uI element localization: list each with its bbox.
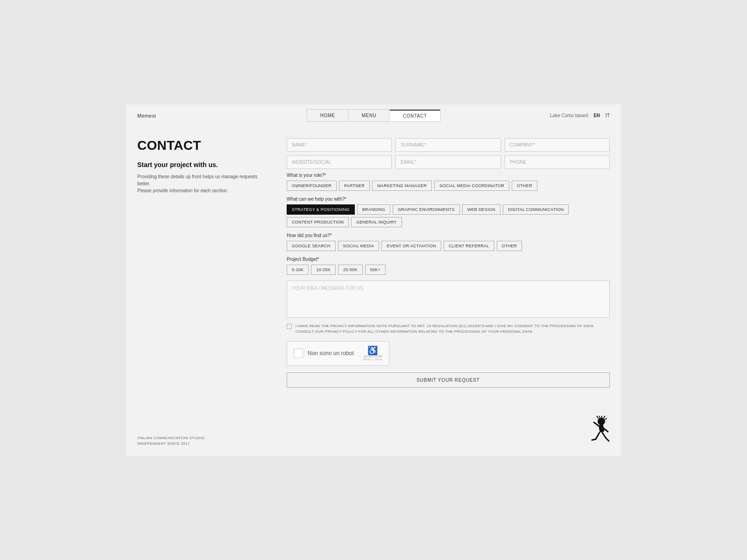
svg-point-0 bbox=[598, 418, 605, 425]
found-google[interactable]: GOOGLE SEARCH bbox=[287, 241, 336, 251]
found-event[interactable]: EVENT OR ACTIVATION bbox=[381, 241, 441, 251]
nav-item-home[interactable]: HOME bbox=[307, 110, 349, 121]
help-options: STRATEGY & POSITIONING BRANDING GRAPHIC … bbox=[287, 204, 610, 215]
privacy-row: I HAVE READ THE PRIVACY INFORMATION NOTE… bbox=[287, 323, 610, 335]
help-graphic[interactable]: GRAPHIC ENVIRONMENTS bbox=[393, 204, 459, 215]
role-social[interactable]: SOCIAL MEDIA COORDINATOR bbox=[434, 181, 509, 191]
description: Providing these details up front helps u… bbox=[137, 173, 268, 194]
help-options-row2: CONTENT PRODUCTION GENERAL INQUIRY bbox=[287, 217, 610, 227]
svg-line-9 bbox=[596, 433, 599, 439]
nav-right: Lake Como based EN IT bbox=[550, 113, 610, 118]
help-content[interactable]: CONTENT PRODUCTION bbox=[287, 217, 349, 227]
lang-it[interactable]: IT bbox=[606, 113, 610, 118]
budget-section: Project Budget* 5-10K 10-25K 25-50K 50K+ bbox=[287, 257, 610, 275]
lang-en[interactable]: EN bbox=[593, 113, 600, 118]
budget-50k[interactable]: 50K+ bbox=[365, 265, 386, 275]
svg-line-5 bbox=[605, 418, 607, 420]
svg-line-1 bbox=[597, 416, 599, 419]
website-input[interactable] bbox=[287, 155, 392, 169]
main-content: CONTACT Start your project with us. Prov… bbox=[126, 127, 621, 406]
svg-line-11 bbox=[592, 439, 596, 440]
svg-line-12 bbox=[606, 438, 609, 441]
phone-input[interactable] bbox=[505, 155, 610, 169]
mascot-icon bbox=[587, 416, 610, 447]
budget-label: Project Budget* bbox=[287, 257, 610, 262]
help-webdesign[interactable]: WEB DESIGN bbox=[462, 204, 500, 215]
found-social[interactable]: SOCIAL MEDIA bbox=[338, 241, 380, 251]
page-title: CONTACT bbox=[137, 138, 268, 153]
recaptcha-checkbox[interactable] bbox=[294, 349, 303, 358]
company-input[interactable] bbox=[505, 138, 610, 152]
footer-text: ITALIAN COMMUNICATION STUDIO, INDEPENDEN… bbox=[137, 435, 206, 447]
found-label: How did you find us?* bbox=[287, 233, 610, 238]
svg-line-10 bbox=[602, 433, 606, 438]
privacy-text: I HAVE READ THE PRIVACY INFORMATION NOTE… bbox=[296, 323, 610, 335]
email-input[interactable] bbox=[395, 155, 500, 169]
recaptcha-box[interactable]: Non sono un robot ♿ reCAPTCHA Privacy - … bbox=[287, 341, 389, 366]
role-partner[interactable]: PARTNER bbox=[339, 181, 370, 191]
role-other[interactable]: OTHER bbox=[512, 181, 537, 191]
message-textarea[interactable] bbox=[287, 280, 610, 318]
navigation: Memesi HOME MENU CONTACT Lake Como based… bbox=[126, 105, 621, 127]
help-section: What can we help you with?* STRATEGY & P… bbox=[287, 196, 610, 227]
budget-5-10k[interactable]: 5-10K bbox=[287, 265, 309, 275]
recaptcha-brand: reCAPTCHA bbox=[363, 355, 382, 358]
subtitle: Start your project with us. bbox=[137, 161, 268, 170]
role-label: What is your role?* bbox=[287, 173, 610, 178]
logo[interactable]: Memesi bbox=[137, 113, 156, 119]
budget-10-25k[interactable]: 10-25K bbox=[311, 265, 336, 275]
right-panel: What is your role?* OWNER/FOUNDER PARTNE… bbox=[287, 138, 610, 388]
role-options: OWNER/FOUNDER PARTNER MARKETING MANAGER … bbox=[287, 181, 610, 191]
nav-item-contact[interactable]: CONTACT bbox=[390, 110, 440, 121]
found-options: GOOGLE SEARCH SOCIAL MEDIA EVENT OR ACTI… bbox=[287, 241, 610, 251]
budget-options: 5-10K 10-25K 25-50K 50K+ bbox=[287, 265, 610, 275]
surname-input[interactable] bbox=[395, 138, 500, 152]
form-row-2 bbox=[287, 155, 610, 169]
svg-line-4 bbox=[604, 416, 605, 418]
nav-menu: HOME MENU CONTACT bbox=[307, 109, 441, 122]
name-input[interactable] bbox=[287, 138, 392, 152]
submit-button[interactable]: SUBMIT YOUR REQUEST bbox=[287, 372, 610, 388]
form-row-1 bbox=[287, 138, 610, 152]
recaptcha-links[interactable]: Privacy - Terms bbox=[363, 358, 382, 361]
role-owner[interactable]: OWNER/FOUNDER bbox=[287, 181, 337, 191]
nav-item-menu[interactable]: MENU bbox=[349, 110, 390, 121]
privacy-checkbox[interactable] bbox=[287, 324, 292, 329]
found-other[interactable]: OTHER bbox=[497, 241, 522, 251]
recaptcha-label: Non sono un robot bbox=[308, 350, 359, 357]
help-strategy[interactable]: STRATEGY & POSITIONING bbox=[287, 204, 355, 215]
role-marketing[interactable]: MARKETING MANAGER bbox=[372, 181, 432, 191]
svg-line-2 bbox=[599, 416, 600, 418]
left-panel: CONTACT Start your project with us. Prov… bbox=[137, 138, 268, 388]
role-section: What is your role?* OWNER/FOUNDER PARTNE… bbox=[287, 173, 610, 191]
help-digital[interactable]: DIGITAL COMMUNICATION bbox=[503, 204, 569, 215]
recaptcha-logo: ♿ reCAPTCHA Privacy - Terms bbox=[363, 346, 382, 361]
budget-25-50k[interactable]: 25-50K bbox=[338, 265, 363, 275]
found-referral[interactable]: CLIENT REFERRAL bbox=[444, 241, 494, 251]
help-inquiry[interactable]: GENERAL INQUIRY bbox=[351, 217, 402, 227]
location-text: Lake Como based bbox=[550, 113, 588, 118]
help-branding[interactable]: BRANDING bbox=[357, 204, 391, 215]
recaptcha-icon: ♿ bbox=[363, 346, 382, 355]
help-label: What can we help you with?* bbox=[287, 196, 610, 202]
found-section: How did you find us?* GOOGLE SEARCH SOCI… bbox=[287, 233, 610, 251]
footer: ITALIAN COMMUNICATION STUDIO, INDEPENDEN… bbox=[126, 406, 621, 456]
